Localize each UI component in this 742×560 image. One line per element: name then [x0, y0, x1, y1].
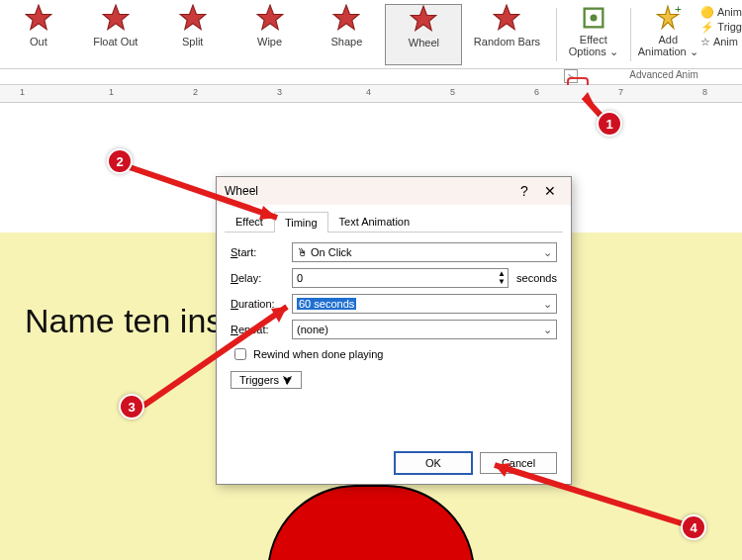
delay-spinner[interactable]: 0▲▼ [292, 268, 509, 288]
tick: 3 [277, 87, 282, 97]
duration-dropdown[interactable]: 60 seconds [292, 294, 557, 314]
animations-ribbon: Out Float Out Split Wipe Shape Wheel Ran… [0, 0, 742, 69]
add-animation-button[interactable]: + Add Animation ⌄ [635, 4, 700, 58]
anim-float-out[interactable]: Float Out [77, 4, 154, 65]
timing-form: Start: 🖱 On Click Delay: 0▲▼ seconds Dur… [217, 233, 571, 389]
label: Add Animation ⌄ [638, 34, 698, 58]
wheel-dialog: Wheel ? ✕ Effect Timing Text Animation S… [216, 176, 572, 485]
dialog-buttons: OK Cancel [395, 452, 557, 474]
label: Float Out [93, 36, 138, 47]
tick: 1 [109, 87, 114, 97]
svg-marker-6 [495, 5, 520, 30]
anim-random-bars[interactable]: Random Bars [462, 4, 551, 65]
callout-badge-4: 4 [681, 514, 706, 540]
rewind-label: Rewind when done playing [253, 348, 383, 360]
tick: 5 [450, 87, 455, 97]
ribbon-side-buttons: 🟡 Anim ⚡ Trigg ☆ Anim [700, 4, 742, 48]
delay-label: Delay: [231, 272, 292, 284]
callout-badge-3: 3 [119, 394, 144, 420]
help-button[interactable]: ? [511, 183, 537, 199]
dialog-title-text: Wheel [225, 184, 511, 198]
svg-marker-5 [412, 6, 437, 31]
label: Split [182, 36, 203, 47]
tick: 2 [193, 87, 198, 97]
anim-out[interactable]: Out [0, 4, 77, 65]
add-animation-icon: + [654, 4, 682, 32]
start-label: Start: [231, 246, 292, 258]
repeat-value: (none) [297, 324, 328, 335]
svg-marker-2 [180, 5, 206, 30]
anim-wipe[interactable]: Wipe [232, 4, 309, 65]
ok-button[interactable]: OK [395, 452, 472, 474]
callout-badge-1: 1 [597, 111, 622, 137]
tab-effect[interactable]: Effect [225, 211, 274, 232]
svg-marker-0 [26, 5, 51, 30]
label: Effect Options ⌄ [569, 34, 618, 58]
rewind-checkbox[interactable] [234, 348, 246, 360]
repeat-label: Repeat: [231, 324, 292, 335]
group-label: Advanced Anim [586, 69, 742, 84]
label: Shape [331, 36, 363, 47]
duration-value: 60 seconds [297, 298, 356, 310]
cancel-button[interactable]: Cancel [480, 452, 557, 474]
triggers-button[interactable]: Triggers ⮟ [231, 371, 302, 389]
callout-badge-2: 2 [107, 148, 133, 174]
svg-marker-3 [257, 5, 283, 30]
svg-marker-4 [334, 5, 360, 30]
trigger-button[interactable]: ⚡ Trigg [700, 21, 742, 34]
label: Wheel [409, 37, 439, 48]
tab-text-animation[interactable]: Text Animation [328, 211, 421, 232]
start-value: 🖱 On Click [297, 246, 352, 258]
svg-marker-1 [103, 5, 129, 30]
effect-options-icon [580, 4, 607, 32]
repeat-dropdown[interactable]: (none) [292, 320, 557, 339]
duration-label: Duration: [231, 298, 292, 310]
animation-pane-button[interactable]: 🟡 Anim [700, 6, 742, 19]
horizontal-ruler: 1 1 2 3 4 5 6 7 8 [0, 85, 742, 103]
tick: 6 [534, 87, 539, 97]
tab-timing[interactable]: Timing [274, 212, 328, 233]
delay-value: 0 [297, 272, 303, 284]
animation-painter-button[interactable]: ☆ Anim [700, 36, 742, 48]
tick: 4 [366, 87, 371, 97]
anim-shape[interactable]: Shape [309, 4, 386, 65]
tick: 1 [20, 87, 25, 97]
dialog-tabs: Effect Timing Text Animation [225, 211, 563, 233]
delay-unit: seconds [516, 272, 557, 284]
anim-wheel[interactable]: Wheel [385, 4, 462, 65]
close-button[interactable]: ✕ [537, 183, 563, 199]
separator [556, 8, 557, 61]
anim-split[interactable]: Split [154, 4, 232, 65]
svg-point-8 [590, 15, 597, 22]
tick: 8 [702, 87, 707, 97]
tick: 7 [618, 87, 623, 97]
label: Random Bars [474, 36, 540, 47]
separator [630, 8, 631, 61]
ribbon-group-footer: ↘ Advanced Anim [0, 69, 742, 85]
svg-text:+: + [675, 4, 682, 15]
effect-options-button[interactable]: Effect Options ⌄ [561, 4, 626, 58]
dialog-titlebar[interactable]: Wheel ? ✕ [217, 177, 571, 205]
rewind-checkbox-row: Rewind when done playing [231, 345, 557, 363]
start-dropdown[interactable]: 🖱 On Click [292, 242, 557, 262]
label: Out [30, 36, 47, 47]
label: Wipe [257, 36, 282, 47]
